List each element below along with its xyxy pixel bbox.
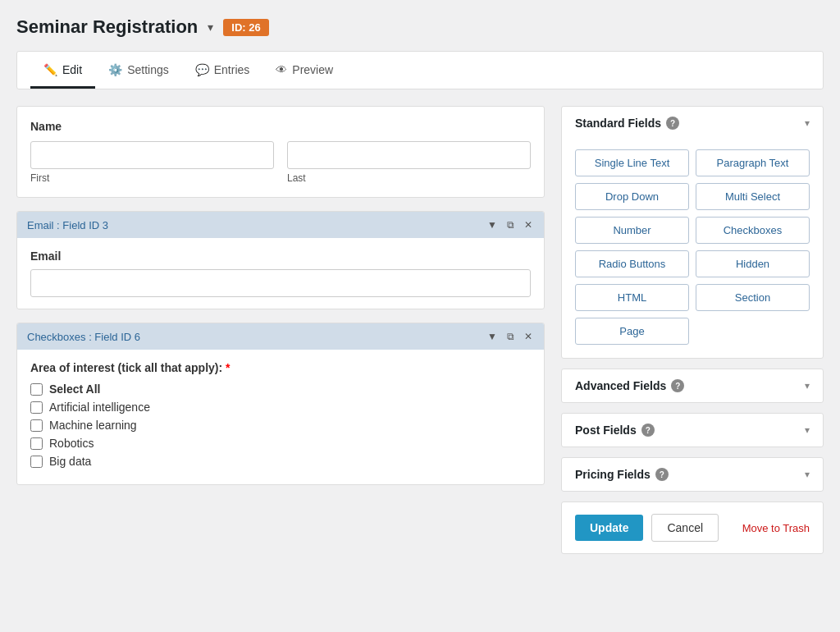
checkboxes-block-actions: ▼ ⧉ ✕ [486,330,534,343]
checkbox-ml: Machine learning [30,419,531,432]
field-btn-drop-down[interactable]: Drop Down [575,183,689,210]
checkbox-ai-label: Artificial intelligence [49,401,150,414]
standard-fields-panel: Standard Fields ? ▾ Single Line Text Par… [561,106,824,359]
checkboxes-collapse-btn[interactable]: ▼ [486,330,499,343]
id-badge: ID: 26 [223,19,268,36]
email-input[interactable] [30,269,531,297]
advanced-fields-panel: Advanced Fields ? ▾ [561,369,824,403]
post-fields-title: Post Fields ? [575,424,655,437]
checkbox-ai: Artificial intelligence [30,401,531,414]
email-field-label: Email [30,250,531,263]
checkbox-robotics: Robotics [30,437,531,450]
tab-entries-label: Entries [214,63,250,76]
checkbox-robotics-label: Robotics [49,437,94,450]
field-btn-single-line-text[interactable]: Single Line Text [575,149,689,176]
pricing-fields-header[interactable]: Pricing Fields ? ▾ [562,458,823,491]
email-field-block: Email : Field ID 3 ▼ ⧉ ✕ Email [16,211,545,309]
tab-entries[interactable]: 💬 Entries [182,52,263,89]
field-btn-multi-select[interactable]: Multi Select [696,183,810,210]
advanced-fields-header[interactable]: Advanced Fields ? ▾ [562,369,823,402]
email-delete-btn[interactable]: ✕ [523,218,534,231]
tab-edit[interactable]: ✏️ Edit [30,52,95,89]
email-block-header: Email : Field ID 3 ▼ ⧉ ✕ [17,212,544,238]
checkbox-bigdata-label: Big data [49,455,91,468]
required-star: * [226,361,230,374]
field-btn-html[interactable]: HTML [575,284,689,311]
field-btn-section[interactable]: Section [696,284,810,311]
email-block-body: Email [17,238,544,309]
move-to-trash-button[interactable]: Move to Trash [742,522,810,534]
first-label: First [30,172,274,184]
post-fields-chevron-icon: ▾ [805,424,810,436]
page-header: Seminar Registration ▾ ID: 26 [16,16,824,38]
name-label: Name [30,120,531,133]
pricing-fields-chevron-icon: ▾ [805,469,810,480]
post-fields-header[interactable]: Post Fields ? ▾ [562,414,823,447]
bottom-actions: Update Cancel Move to Trash [561,501,824,554]
post-fields-help-icon[interactable]: ? [641,424,655,437]
checkbox-select-all: Select All [30,382,531,396]
email-duplicate-btn[interactable]: ⧉ [505,218,516,231]
pricing-fields-panel: Pricing Fields ? ▾ [561,457,824,492]
page-title: Seminar Registration [16,16,198,38]
pricing-fields-title: Pricing Fields ? [575,468,669,481]
last-name-group: Last [287,141,531,184]
first-name-input[interactable] [30,141,274,169]
checkboxes-block-title: Checkboxes : Field ID 6 [27,331,140,343]
field-btn-number[interactable]: Number [575,217,689,244]
checkbox-robotics-input[interactable] [30,437,43,450]
tab-preview-label: Preview [292,63,333,76]
standard-fields-title: Standard Fields ? [575,117,679,130]
email-block-title: Email : Field ID 3 [27,219,108,231]
advanced-fields-title: Advanced Fields ? [575,379,684,392]
cancel-button[interactable]: Cancel [651,514,719,542]
checkboxes-duplicate-btn[interactable]: ⧉ [505,330,516,343]
checkbox-ml-label: Machine learning [49,419,137,432]
tab-bar: ✏️ Edit ⚙️ Settings 💬 Entries 👁 Preview [16,51,824,89]
checkbox-ai-input[interactable] [30,401,43,414]
post-fields-panel: Post Fields ? ▾ [561,413,824,447]
checkbox-select-all-input[interactable] [30,383,43,396]
checkboxes-body: Area of interest (tick all that apply): … [17,350,544,484]
field-btn-radio-buttons[interactable]: Radio Buttons [575,250,689,277]
first-name-group: First [30,141,274,184]
field-btn-hidden[interactable]: Hidden [696,250,810,277]
entries-icon: 💬 [195,63,209,76]
last-name-input[interactable] [287,141,531,169]
tab-settings[interactable]: ⚙️ Settings [95,52,182,89]
field-btn-checkboxes[interactable]: Checkboxes [696,217,810,244]
title-chevron-icon[interactable]: ▾ [208,21,213,34]
email-collapse-btn[interactable]: ▼ [486,218,499,231]
checkboxes-delete-btn[interactable]: ✕ [523,330,534,343]
edit-icon: ✏️ [43,63,57,76]
tab-settings-label: Settings [127,63,169,76]
checkboxes-block-header: Checkboxes : Field ID 6 ▼ ⧉ ✕ [17,323,544,350]
checkbox-select-all-label: Select All [49,382,101,396]
last-label: Last [287,172,531,184]
standard-fields-grid: Single Line Text Paragraph Text Drop Dow… [562,140,823,358]
standard-fields-chevron-icon: ▾ [805,117,810,129]
name-inputs: First Last [30,141,531,184]
email-block-actions: ▼ ⧉ ✕ [486,218,534,231]
update-button[interactable]: Update [575,515,643,541]
field-btn-page[interactable]: Page [575,318,689,345]
name-section: Name First Last [16,106,545,198]
preview-icon: 👁 [276,63,287,76]
checkbox-question: Area of interest (tick all that apply): … [30,361,531,374]
advanced-fields-chevron-icon: ▾ [805,380,810,392]
checkbox-ml-input[interactable] [30,419,43,432]
tab-preview[interactable]: 👁 Preview [262,52,346,89]
field-btn-paragraph-text[interactable]: Paragraph Text [696,149,810,176]
settings-icon: ⚙️ [108,63,122,76]
checkbox-bigdata-input[interactable] [30,456,43,468]
main-layout: Name First Last Email : Field ID 3 [16,106,824,554]
standard-fields-help-icon[interactable]: ? [666,117,679,130]
tab-edit-label: Edit [62,63,82,76]
advanced-fields-help-icon[interactable]: ? [671,379,684,392]
pricing-fields-help-icon[interactable]: ? [655,468,669,481]
standard-fields-header[interactable]: Standard Fields ? ▾ [562,107,823,140]
form-area: Name First Last Email : Field ID 3 [16,106,545,498]
checkboxes-field-block: Checkboxes : Field ID 6 ▼ ⧉ ✕ Area of in… [16,323,545,485]
checkbox-bigdata: Big data [30,455,531,468]
sidebar: Standard Fields ? ▾ Single Line Text Par… [561,106,824,554]
